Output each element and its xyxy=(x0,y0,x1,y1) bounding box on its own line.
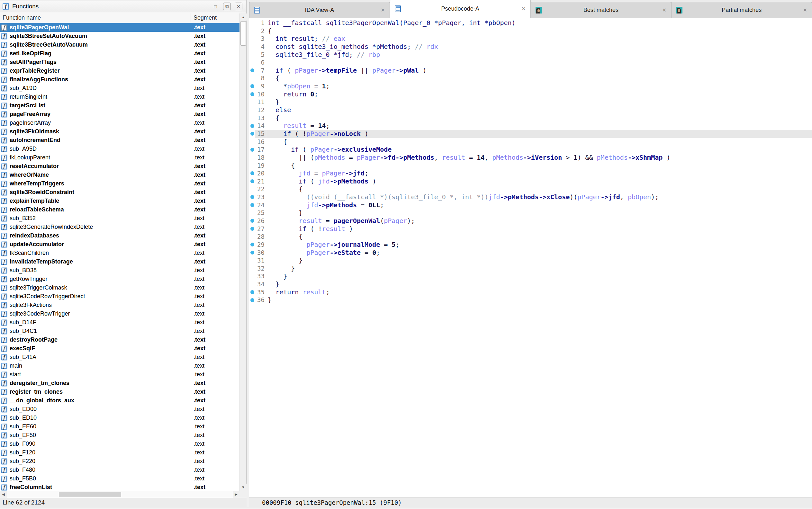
line-gutter[interactable]: 35 xyxy=(249,288,266,296)
code-text[interactable]: } xyxy=(266,257,302,265)
line-gutter[interactable]: 13 xyxy=(249,114,266,122)
line-gutter[interactable]: 33 xyxy=(249,272,266,280)
function-name[interactable]: sqlite3CodeRowTrigger xyxy=(10,310,70,317)
function-name[interactable]: whereOrName xyxy=(10,172,49,178)
code-text[interactable]: } xyxy=(266,209,302,217)
function-row[interactable]: whereOrName.text xyxy=(0,171,239,179)
function-name[interactable]: register_tm_clones xyxy=(10,388,63,395)
function-row[interactable]: sub_ED10.text xyxy=(0,413,239,422)
line-gutter[interactable]: 27 xyxy=(249,225,266,233)
code-text[interactable]: } xyxy=(266,265,295,272)
function-row[interactable]: register_tm_clones.text xyxy=(0,387,239,396)
function-row[interactable]: sqlite3FkActions.text xyxy=(0,301,239,309)
function-row[interactable]: reloadTableSchema.text xyxy=(0,205,239,214)
maximize-icon[interactable]: □ xyxy=(212,3,219,10)
function-name[interactable]: start xyxy=(10,371,21,378)
function-name[interactable]: explainTempTable xyxy=(10,198,59,204)
code-line[interactable]: 33 } xyxy=(249,272,812,280)
line-gutter[interactable]: 10 xyxy=(249,90,266,98)
function-row[interactable]: main.text xyxy=(0,362,239,370)
code-text[interactable]: return result; xyxy=(266,288,330,296)
function-row[interactable]: sqlite3BtreeGetAutoVacuum.text xyxy=(0,40,239,49)
function-row[interactable]: resetAccumulator.text xyxy=(0,162,239,171)
function-name[interactable]: pageFreeArray xyxy=(10,111,51,117)
function-name[interactable]: autoIncrementEnd xyxy=(10,137,60,144)
code-text[interactable]: pPager->eState = 0; xyxy=(266,249,380,257)
function-name[interactable]: sub_D14F xyxy=(10,319,36,326)
tab-label[interactable]: Partial matches xyxy=(672,7,812,13)
function-row[interactable]: sqlite3RowidConstraint.text xyxy=(0,188,239,197)
code-text[interactable]: } xyxy=(266,280,279,288)
function-row[interactable]: explainTempTable.text xyxy=(0,197,239,205)
code-line[interactable]: 4 const sqlite3_io_methods *pMethods; //… xyxy=(249,43,812,51)
function-row[interactable]: sub_A19D.text xyxy=(0,84,239,93)
tab-partial-matches[interactable]: Partial matches✕ xyxy=(671,2,812,18)
code-line[interactable]: 28 { xyxy=(249,233,812,241)
function-row[interactable]: sqlite3CodeRowTriggerDirect.text xyxy=(0,292,239,301)
function-row[interactable]: sub_F480.text xyxy=(0,466,239,474)
function-name[interactable]: sqlite3CodeRowTriggerDirect xyxy=(10,293,85,300)
function-row[interactable]: sub_E41A.text xyxy=(0,353,239,362)
function-row[interactable]: __do_global_dtors_aux.text xyxy=(0,396,239,405)
function-row[interactable]: autoIncrementEnd.text xyxy=(0,136,239,145)
scroll-down-icon[interactable]: ▼ xyxy=(240,484,247,491)
function-name[interactable]: freeColumnList xyxy=(10,484,52,491)
tab-label[interactable]: IDA View-A xyxy=(250,7,390,13)
line-gutter[interactable]: 5 xyxy=(249,51,266,59)
function-name[interactable]: finalizeAggFunctions xyxy=(10,76,68,83)
code-line[interactable]: 25 } xyxy=(249,209,812,217)
function-row[interactable]: fkLookupParent.text xyxy=(0,153,239,162)
line-gutter[interactable]: 26 xyxy=(249,217,266,225)
code-line[interactable]: 3 int result; // eax xyxy=(249,35,812,43)
code-line[interactable]: 35 return result; xyxy=(249,288,812,296)
line-gutter[interactable]: 16 xyxy=(249,138,266,146)
function-name[interactable]: resetAccumulator xyxy=(10,163,59,170)
function-name[interactable]: invalidateTempStorage xyxy=(10,258,73,265)
function-name[interactable]: sub_E41A xyxy=(10,354,36,361)
line-gutter[interactable]: 22 xyxy=(249,185,266,193)
function-name[interactable]: updateAccumulator xyxy=(10,241,64,248)
function-row[interactable]: returnSingleInt.text xyxy=(0,93,239,101)
function-row[interactable]: sqlite3PagerOpenWal.text xyxy=(0,23,239,32)
list-header[interactable]: Function name Segment xyxy=(0,12,239,23)
function-row[interactable]: setAllPagerFlags.text xyxy=(0,58,239,67)
code-line[interactable]: 14 result = 14; xyxy=(249,122,812,130)
code-text[interactable]: ((void (__fastcall *)(sqlite3_file_0 *, … xyxy=(266,193,659,201)
breakpoint-icon[interactable] xyxy=(251,171,254,175)
line-gutter[interactable]: 29 xyxy=(249,241,266,249)
function-name[interactable]: setAllPagerFlags xyxy=(10,59,57,66)
scroll-left-icon[interactable]: ◀ xyxy=(0,491,7,498)
code-line[interactable]: 24 jfd->pMethods = 0LL; xyxy=(249,201,812,209)
function-name[interactable]: sub_F480 xyxy=(10,467,35,473)
code-line[interactable]: 27 if ( !result ) xyxy=(249,225,812,233)
function-name[interactable]: sub_F5B0 xyxy=(10,475,36,482)
function-row[interactable]: exprTableRegister.text xyxy=(0,67,239,75)
function-name[interactable]: deregister_tm_clones xyxy=(10,380,69,386)
function-name[interactable]: sub_F120 xyxy=(10,449,35,456)
line-gutter[interactable]: 19 xyxy=(249,162,266,170)
function-row[interactable]: sub_F090.text xyxy=(0,440,239,448)
function-row[interactable]: sub_F220.text xyxy=(0,457,239,466)
code-line[interactable]: 18 || (pMethods = pPager->fd->pMethods, … xyxy=(249,154,812,162)
breakpoint-icon[interactable] xyxy=(251,227,254,231)
breakpoint-icon[interactable] xyxy=(251,68,254,72)
code-line[interactable]: 5 sqlite3_file_0 *jfd; // rbp xyxy=(249,51,812,59)
line-gutter[interactable]: 20 xyxy=(249,169,266,177)
line-gutter[interactable]: 9 xyxy=(249,82,266,90)
code-text[interactable]: { xyxy=(266,74,279,82)
float-icon[interactable]: ⧉ xyxy=(223,3,231,10)
breakpoint-icon[interactable] xyxy=(251,84,254,88)
code-line[interactable]: 2{ xyxy=(249,27,812,35)
function-name[interactable]: __do_global_dtors_aux xyxy=(10,397,74,404)
function-row[interactable]: sub_BD38.text xyxy=(0,266,239,275)
list-horizontal-scrollbar[interactable]: ◀ ▶ xyxy=(0,491,239,498)
function-name[interactable]: setLikeOptFlag xyxy=(10,50,52,57)
function-row[interactable]: finalizeAggFunctions.text xyxy=(0,75,239,84)
code-line[interactable]: 10 return 0; xyxy=(249,90,812,98)
code-text[interactable]: return 0; xyxy=(266,90,318,98)
line-gutter[interactable]: 2 xyxy=(249,27,266,35)
function-row[interactable]: sub_A95D.text xyxy=(0,145,239,153)
breakpoint-icon[interactable] xyxy=(251,243,254,246)
function-row[interactable]: fkScanChildren.text xyxy=(0,249,239,258)
code-text[interactable]: result = 14; xyxy=(266,122,330,130)
